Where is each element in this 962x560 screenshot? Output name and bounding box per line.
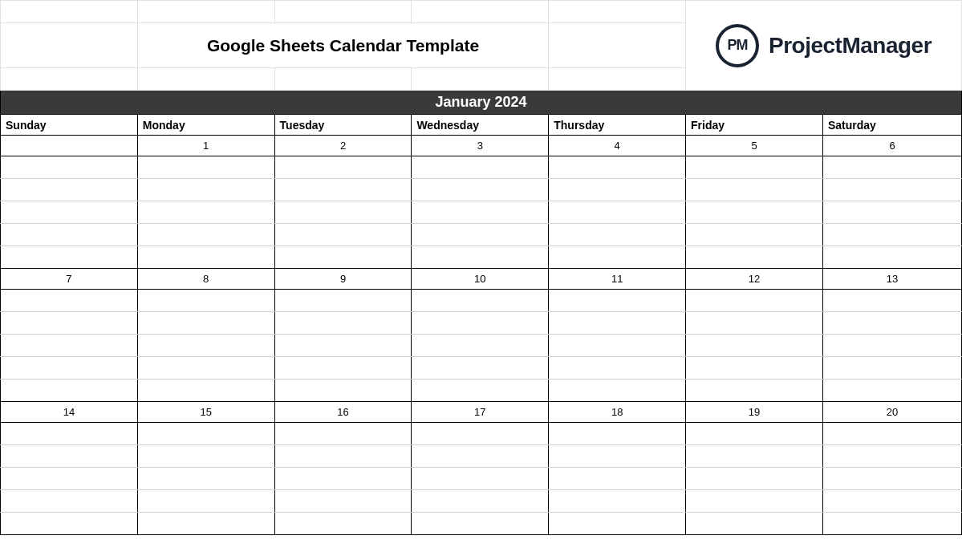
event-cell[interactable] xyxy=(274,224,412,246)
day-cell[interactable]: 12 xyxy=(686,269,823,290)
event-cell[interactable] xyxy=(412,490,549,513)
event-cell[interactable] xyxy=(823,224,962,246)
event-cell[interactable] xyxy=(412,445,549,468)
event-cell[interactable] xyxy=(137,179,274,201)
event-cell[interactable] xyxy=(274,468,412,490)
event-cell[interactable] xyxy=(686,246,823,269)
event-cell[interactable] xyxy=(549,468,686,490)
event-cell[interactable] xyxy=(137,490,274,513)
day-cell[interactable]: 10 xyxy=(412,269,549,290)
event-cell[interactable] xyxy=(549,513,686,535)
event-cell[interactable] xyxy=(1,179,138,201)
event-cell[interactable] xyxy=(412,312,549,335)
day-cell[interactable]: 16 xyxy=(274,402,412,423)
event-cell[interactable] xyxy=(823,490,962,513)
event-cell[interactable] xyxy=(1,290,138,312)
event-cell[interactable] xyxy=(137,201,274,224)
event-cell[interactable] xyxy=(412,246,549,269)
event-cell[interactable] xyxy=(549,490,686,513)
event-cell[interactable] xyxy=(686,379,823,402)
event-cell[interactable] xyxy=(274,156,412,179)
event-cell[interactable] xyxy=(823,445,962,468)
event-cell[interactable] xyxy=(1,468,138,490)
event-cell[interactable] xyxy=(686,312,823,335)
event-cell[interactable] xyxy=(274,201,412,224)
cell[interactable] xyxy=(137,68,274,91)
cell[interactable] xyxy=(137,1,274,23)
event-cell[interactable] xyxy=(274,379,412,402)
event-cell[interactable] xyxy=(1,423,138,445)
day-cell[interactable] xyxy=(1,136,138,156)
cell[interactable] xyxy=(1,23,138,68)
event-cell[interactable] xyxy=(274,357,412,379)
event-cell[interactable] xyxy=(274,246,412,269)
cell[interactable] xyxy=(274,68,412,91)
cell[interactable] xyxy=(412,1,549,23)
event-cell[interactable] xyxy=(1,224,138,246)
event-cell[interactable] xyxy=(274,513,412,535)
event-cell[interactable] xyxy=(549,156,686,179)
day-cell[interactable]: 11 xyxy=(549,269,686,290)
event-cell[interactable] xyxy=(1,445,138,468)
day-cell[interactable]: 8 xyxy=(137,269,274,290)
day-cell[interactable]: 2 xyxy=(274,136,412,156)
event-cell[interactable] xyxy=(549,445,686,468)
day-cell[interactable]: 6 xyxy=(823,136,962,156)
event-cell[interactable] xyxy=(686,513,823,535)
cell[interactable] xyxy=(274,1,412,23)
event-cell[interactable] xyxy=(1,312,138,335)
cell[interactable] xyxy=(549,23,686,68)
day-cell[interactable]: 7 xyxy=(1,269,138,290)
event-cell[interactable] xyxy=(686,224,823,246)
event-cell[interactable] xyxy=(274,290,412,312)
event-cell[interactable] xyxy=(823,312,962,335)
day-cell[interactable]: 1 xyxy=(137,136,274,156)
event-cell[interactable] xyxy=(1,513,138,535)
event-cell[interactable] xyxy=(412,423,549,445)
cell[interactable] xyxy=(1,68,138,91)
event-cell[interactable] xyxy=(823,156,962,179)
event-cell[interactable] xyxy=(549,179,686,201)
event-cell[interactable] xyxy=(686,156,823,179)
cell[interactable] xyxy=(1,1,138,23)
cell[interactable] xyxy=(549,1,686,23)
day-cell[interactable]: 5 xyxy=(686,136,823,156)
day-cell[interactable]: 14 xyxy=(1,402,138,423)
event-cell[interactable] xyxy=(274,445,412,468)
event-cell[interactable] xyxy=(549,357,686,379)
event-cell[interactable] xyxy=(549,201,686,224)
event-cell[interactable] xyxy=(823,201,962,224)
event-cell[interactable] xyxy=(686,423,823,445)
event-cell[interactable] xyxy=(686,201,823,224)
event-cell[interactable] xyxy=(549,224,686,246)
event-cell[interactable] xyxy=(137,312,274,335)
event-cell[interactable] xyxy=(823,335,962,357)
day-cell[interactable]: 18 xyxy=(549,402,686,423)
event-cell[interactable] xyxy=(412,357,549,379)
event-cell[interactable] xyxy=(1,246,138,269)
event-cell[interactable] xyxy=(137,335,274,357)
event-cell[interactable] xyxy=(412,224,549,246)
event-cell[interactable] xyxy=(1,201,138,224)
cell[interactable] xyxy=(412,68,549,91)
event-cell[interactable] xyxy=(823,379,962,402)
event-cell[interactable] xyxy=(274,312,412,335)
event-cell[interactable] xyxy=(412,468,549,490)
event-cell[interactable] xyxy=(137,379,274,402)
event-cell[interactable] xyxy=(823,290,962,312)
event-cell[interactable] xyxy=(686,179,823,201)
event-cell[interactable] xyxy=(823,246,962,269)
event-cell[interactable] xyxy=(274,335,412,357)
event-cell[interactable] xyxy=(686,290,823,312)
day-cell[interactable]: 19 xyxy=(686,402,823,423)
event-cell[interactable] xyxy=(137,357,274,379)
day-cell[interactable]: 3 xyxy=(412,136,549,156)
event-cell[interactable] xyxy=(1,357,138,379)
event-cell[interactable] xyxy=(1,156,138,179)
day-cell[interactable]: 15 xyxy=(137,402,274,423)
event-cell[interactable] xyxy=(686,335,823,357)
event-cell[interactable] xyxy=(686,468,823,490)
event-cell[interactable] xyxy=(686,445,823,468)
event-cell[interactable] xyxy=(412,201,549,224)
event-cell[interactable] xyxy=(686,490,823,513)
